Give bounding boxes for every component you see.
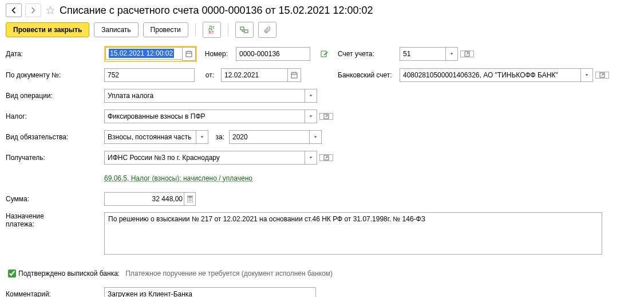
dropdown-icon[interactable] [580,68,593,82]
svg-rect-2 [186,52,192,57]
by-doc-input[interactable] [104,68,195,82]
op-type-input[interactable] [104,89,305,103]
separator [195,24,196,36]
dropdown-icon[interactable] [445,47,458,61]
confirmed-checkbox[interactable] [8,269,16,278]
svg-point-15 [189,200,190,201]
account-input[interactable] [400,47,445,61]
liability-input[interactable] [104,130,196,144]
confirmed-note: Платежное поручение не требуется (докуме… [125,269,333,278]
svg-point-16 [191,200,191,201]
save-button[interactable]: Записать [94,22,138,37]
label-date: Дата: [6,50,104,58]
label-tax: Налог: [6,112,104,120]
dropdown-icon[interactable] [305,151,317,165]
ledger-link[interactable]: 69.06.5, Налог (взносы): начислено / упл… [104,174,252,182]
label-by-doc: По документу №: [6,71,104,79]
svg-point-14 [188,200,189,201]
svg-point-12 [189,198,190,199]
bank-account-input[interactable] [400,68,580,82]
open-icon[interactable] [319,154,333,161]
dropdown-icon[interactable] [305,89,317,103]
svg-rect-5 [291,73,297,78]
dropdown-icon[interactable] [309,130,322,144]
back-button[interactable] [6,3,22,17]
post-and-close-button[interactable]: Провести и закрыть [6,22,89,37]
post-button[interactable]: Провести [143,22,188,37]
label-recipient: Получатель: [6,154,104,162]
open-icon[interactable] [319,113,333,120]
recipient-input[interactable] [104,151,305,165]
related-docs-icon[interactable] [235,22,254,38]
year-input[interactable] [229,130,309,144]
from-date-input[interactable] [221,68,287,82]
calendar-icon[interactable] [182,47,196,61]
favorite-star-icon[interactable] [45,5,56,16]
label-number: Номер: [202,50,231,58]
attachment-icon[interactable] [258,22,276,38]
calendar-icon[interactable] [287,68,301,82]
comment-input[interactable] [104,287,316,297]
label-from: от: [199,71,216,79]
svg-rect-1 [244,30,248,33]
label-bank-account: Банковский счет: [338,71,400,79]
calculator-icon[interactable] [184,192,196,206]
date-input[interactable]: 15.02.2021 12:00:02 [105,47,182,60]
purpose-textarea[interactable] [104,212,602,255]
date-field-highlight: 15.02.2021 12:00:02 [104,46,197,62]
open-icon[interactable] [595,72,609,79]
label-purpose: Назначение платежа: [6,212,104,228]
label-comment: Комментарий: [6,290,104,297]
open-icon[interactable] [460,50,474,57]
page-title: Списание с расчетного счета 0000-000136 … [60,5,373,17]
separator [228,24,228,36]
svg-point-11 [188,198,189,199]
tax-input[interactable] [104,110,305,123]
label-account: Счет учета: [338,50,400,58]
status-icon[interactable] [318,50,331,58]
sum-input[interactable] [104,192,196,206]
number-input[interactable] [236,47,310,61]
label-liability: Вид обязательства: [6,133,104,141]
svg-point-13 [191,198,191,199]
dt-kt-icon[interactable]: ДтКт [203,22,221,38]
label-op-type: Вид операции: [6,92,104,100]
label-for: за: [213,133,224,141]
label-sum: Сумма: [6,195,104,203]
dropdown-icon[interactable] [305,110,317,123]
forward-button[interactable] [25,3,41,17]
svg-rect-0 [240,27,244,30]
dropdown-icon[interactable] [196,130,208,144]
label-confirmed: Подтверждено выпиской банка: [18,269,120,278]
svg-rect-10 [188,197,192,198]
